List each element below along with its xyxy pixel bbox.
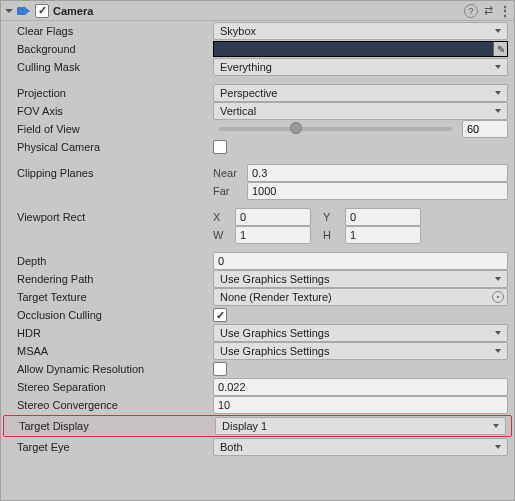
depth-input[interactable] xyxy=(213,252,508,270)
stereo-convergence-input[interactable] xyxy=(213,396,508,414)
vp-y-input[interactable] xyxy=(345,208,421,226)
projection-dropdown[interactable]: Perspective xyxy=(213,84,508,102)
vp-y-label[interactable]: Y xyxy=(323,211,341,223)
culling-mask-label: Culling Mask xyxy=(17,61,213,73)
preset-icon[interactable]: ⇄ xyxy=(484,4,493,17)
vp-x-input[interactable] xyxy=(235,208,311,226)
rendering-path-dropdown[interactable]: Use Graphics Settings xyxy=(213,270,508,288)
component-enable-checkbox[interactable] xyxy=(35,4,49,18)
allow-dynamic-res-label: Allow Dynamic Resolution xyxy=(17,363,213,375)
fov-value-input[interactable] xyxy=(462,120,508,138)
target-eye-label: Target Eye xyxy=(17,441,213,453)
target-display-dropdown[interactable]: Display 1 xyxy=(215,417,506,435)
clear-flags-label: Clear Flags xyxy=(17,25,213,37)
near-input[interactable] xyxy=(247,164,508,182)
occlusion-culling-checkbox[interactable] xyxy=(213,308,227,322)
eyedropper-icon[interactable]: ✎ xyxy=(493,42,507,56)
near-label[interactable]: Near xyxy=(213,167,243,179)
stereo-separation-label: Stereo Separation xyxy=(17,381,213,393)
vp-x-label[interactable]: X xyxy=(213,211,231,223)
hdr-dropdown[interactable]: Use Graphics Settings xyxy=(213,324,508,342)
background-color-field[interactable]: ✎ xyxy=(213,41,508,57)
foldout-arrow-icon[interactable] xyxy=(5,9,13,13)
camera-icon xyxy=(17,6,31,16)
camera-inspector-panel: Camera ? ⇄ ⋮ Clear Flags Skybox Backgrou… xyxy=(0,0,515,501)
hdr-label: HDR xyxy=(17,327,213,339)
object-picker-icon[interactable] xyxy=(492,291,504,303)
physical-camera-label: Physical Camera xyxy=(17,141,213,153)
background-label: Background xyxy=(17,43,213,55)
vp-h-input[interactable] xyxy=(345,226,421,244)
target-display-label: Target Display xyxy=(19,420,215,432)
fov-label: Field of View xyxy=(17,123,213,135)
far-input[interactable] xyxy=(247,182,508,200)
rendering-path-label: Rendering Path xyxy=(17,273,213,285)
allow-dynamic-res-checkbox[interactable] xyxy=(213,362,227,376)
msaa-dropdown[interactable]: Use Graphics Settings xyxy=(213,342,508,360)
vp-w-label[interactable]: W xyxy=(213,229,231,241)
component-header[interactable]: Camera ? ⇄ ⋮ xyxy=(1,1,514,21)
properties-list: Clear Flags Skybox Background ✎ Culling … xyxy=(1,21,514,456)
stereo-separation-input[interactable] xyxy=(213,378,508,396)
physical-camera-checkbox[interactable] xyxy=(213,140,227,154)
target-eye-dropdown[interactable]: Both xyxy=(213,438,508,456)
culling-mask-dropdown[interactable]: Everything xyxy=(213,58,508,76)
depth-label: Depth xyxy=(17,255,213,267)
viewport-rect-label: Viewport Rect xyxy=(17,211,213,223)
clear-flags-dropdown[interactable]: Skybox xyxy=(213,22,508,40)
target-texture-label: Target Texture xyxy=(17,291,213,303)
msaa-label: MSAA xyxy=(17,345,213,357)
fov-slider[interactable] xyxy=(219,127,452,131)
clipping-planes-label: Clipping Planes xyxy=(17,167,213,179)
vp-h-label[interactable]: H xyxy=(323,229,341,241)
projection-label: Projection xyxy=(17,87,213,99)
fov-axis-dropdown[interactable]: Vertical xyxy=(213,102,508,120)
help-icon[interactable]: ? xyxy=(464,4,478,18)
far-label[interactable]: Far xyxy=(213,185,243,197)
target-texture-field[interactable]: None (Render Texture) xyxy=(213,288,508,306)
target-display-highlight: Target Display Display 1 xyxy=(3,415,512,437)
stereo-convergence-label: Stereo Convergence xyxy=(17,399,213,411)
fov-slider-thumb[interactable] xyxy=(290,122,302,134)
component-title: Camera xyxy=(53,5,93,17)
fov-axis-label: FOV Axis xyxy=(17,105,213,117)
vp-w-input[interactable] xyxy=(235,226,311,244)
occlusion-culling-label: Occlusion Culling xyxy=(17,309,213,321)
context-menu-icon[interactable]: ⋮ xyxy=(499,4,510,18)
